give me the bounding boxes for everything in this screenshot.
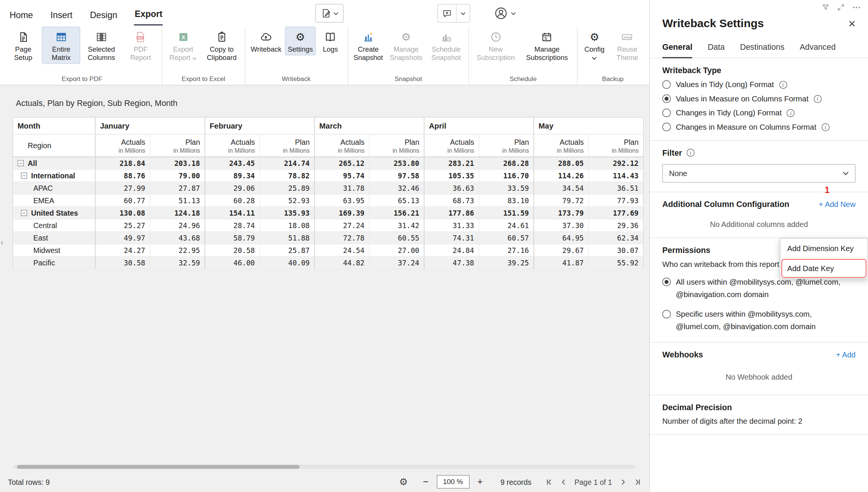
value-cell[interactable]: 154.11 <box>205 207 260 219</box>
create-snapshot-button[interactable]: Create Snapshot <box>351 27 386 64</box>
value-cell[interactable]: 114.26 <box>534 169 589 182</box>
value-cell[interactable]: 156.21 <box>369 207 424 219</box>
value-cell[interactable]: 27.24 <box>315 219 370 231</box>
radio-selected-icon[interactable] <box>662 278 671 287</box>
manage-snapshots-button[interactable]: ⚙ Manage Snapshots <box>386 27 426 64</box>
value-cell[interactable]: 30.58 <box>95 256 150 269</box>
value-cell[interactable]: 31.78 <box>315 182 370 194</box>
tab-insert[interactable]: Insert <box>50 6 73 26</box>
measure-header-plan[interactable]: Planin Millions <box>369 134 424 157</box>
value-cell[interactable]: 52.93 <box>260 194 315 207</box>
value-cell[interactable]: 135.93 <box>260 207 315 219</box>
tab-data[interactable]: Data <box>708 43 724 58</box>
value-cell[interactable]: 46.00 <box>205 256 260 269</box>
value-cell[interactable]: 22.95 <box>150 244 205 256</box>
value-cell[interactable]: 25.87 <box>260 244 315 256</box>
value-cell[interactable]: 60.28 <box>205 194 260 207</box>
more-options-icon[interactable]: ⋯ <box>852 5 861 10</box>
value-cell[interactable]: 31.42 <box>369 219 424 231</box>
measure-header-actuals[interactable]: Actualsin Millions <box>95 134 150 157</box>
value-cell[interactable]: 32.46 <box>369 182 424 194</box>
value-cell[interactable]: 24.84 <box>424 244 479 256</box>
table-settings-gear-icon[interactable]: ⚙ <box>399 476 408 488</box>
month-header[interactable]: January <box>95 117 205 134</box>
value-cell[interactable]: 37.24 <box>369 256 424 269</box>
measure-header-actuals[interactable]: Actualsin Millions <box>534 134 589 157</box>
horizontal-scrollbar-thumb[interactable] <box>17 465 300 469</box>
value-cell[interactable]: 29.67 <box>534 244 589 256</box>
menu-item-add-date-key[interactable]: Add Date Key <box>781 259 868 279</box>
measure-header-actuals[interactable]: Actualsin Millions <box>205 134 260 157</box>
radio-icon[interactable] <box>662 310 671 319</box>
value-cell[interactable]: 214.74 <box>260 157 315 169</box>
filter-funnel-icon[interactable] <box>822 3 830 11</box>
month-header[interactable]: February <box>205 117 315 134</box>
config-button[interactable]: ⚙ Config <box>580 27 608 62</box>
info-icon[interactable]: i <box>686 149 694 157</box>
value-cell[interactable]: 39.25 <box>479 256 534 269</box>
value-cell[interactable]: 79.72 <box>534 194 589 207</box>
value-cell[interactable]: 55.92 <box>588 256 643 269</box>
value-cell[interactable]: 288.05 <box>534 157 589 169</box>
comment-dropdown-button[interactable] <box>456 5 470 22</box>
value-cell[interactable]: 24.27 <box>95 244 150 256</box>
radio-icon[interactable] <box>662 109 671 117</box>
value-cell[interactable]: 44.82 <box>315 256 370 269</box>
previous-page-icon[interactable] <box>560 478 567 486</box>
row-label[interactable]: −United States <box>13 207 95 219</box>
schedule-snapshot-button[interactable]: Schedule Snapshot <box>426 27 466 64</box>
value-cell[interactable]: 253.80 <box>369 157 424 169</box>
value-cell[interactable]: 265.12 <box>315 157 370 169</box>
month-header[interactable]: March <box>315 117 424 134</box>
selected-columns-button[interactable]: Selected Columns <box>81 27 122 64</box>
value-cell[interactable]: 173.79 <box>534 207 589 219</box>
value-cell[interactable]: 60.55 <box>369 231 424 244</box>
value-cell[interactable]: 64.95 <box>534 231 589 244</box>
row-label[interactable]: Midwest <box>13 244 95 256</box>
collapse-icon[interactable]: − <box>21 210 28 216</box>
tab-destinations[interactable]: Destinations <box>740 43 784 58</box>
value-cell[interactable]: 89.34 <box>205 169 260 182</box>
radio-option-changes-tidy[interactable]: Changes in Tidy (Long) Format i <box>662 109 856 117</box>
radio-icon[interactable] <box>662 80 671 89</box>
measure-header-actuals[interactable]: Actualsin Millions <box>315 134 370 157</box>
add-comment-button[interactable] <box>438 5 456 22</box>
tab-general[interactable]: General <box>662 43 692 58</box>
value-cell[interactable]: 41.87 <box>534 256 589 269</box>
value-cell[interactable]: 72.78 <box>315 231 370 244</box>
add-new-link[interactable]: + Add New <box>819 200 856 208</box>
value-cell[interactable]: 62.34 <box>588 231 643 244</box>
horizontal-scrollbar-track[interactable] <box>14 465 635 469</box>
value-cell[interactable]: 116.70 <box>479 169 534 182</box>
edit-mode-dropdown-button[interactable] <box>315 4 344 23</box>
value-cell[interactable]: 68.73 <box>424 194 479 207</box>
value-cell[interactable]: 130.08 <box>95 207 150 219</box>
add-webhook-link[interactable]: + Add <box>836 350 856 359</box>
value-cell[interactable]: 28.74 <box>205 219 260 231</box>
expand-icon[interactable] <box>837 3 845 11</box>
measure-header-actuals[interactable]: Actualsin Millions <box>424 134 479 157</box>
zoom-in-button[interactable]: + <box>474 476 486 487</box>
value-cell[interactable]: 105.35 <box>424 169 479 182</box>
value-cell[interactable]: 36.51 <box>588 182 643 194</box>
value-cell[interactable]: 24.96 <box>150 219 205 231</box>
value-cell[interactable]: 95.74 <box>315 169 370 182</box>
value-cell[interactable]: 74.31 <box>424 231 479 244</box>
row-label[interactable]: Central <box>13 219 95 231</box>
writeback-logs-button[interactable]: Logs <box>316 27 344 56</box>
export-report-button[interactable]: X Export Report <box>165 27 201 64</box>
zoom-out-button[interactable]: − <box>420 476 431 487</box>
value-cell[interactable]: 60.57 <box>479 231 534 244</box>
measure-header-plan[interactable]: Planin Millions <box>588 134 643 157</box>
value-cell[interactable]: 51.13 <box>150 194 205 207</box>
value-cell[interactable]: 283.21 <box>424 157 479 169</box>
value-cell[interactable]: 60.77 <box>95 194 150 207</box>
value-cell[interactable]: 97.58 <box>369 169 424 182</box>
value-cell[interactable]: 177.69 <box>588 207 643 219</box>
value-cell[interactable]: 203.18 <box>150 157 205 169</box>
tab-export[interactable]: Export <box>134 5 163 26</box>
info-icon[interactable]: i <box>787 109 795 117</box>
value-cell[interactable]: 51.88 <box>260 231 315 244</box>
value-cell[interactable]: 24.54 <box>315 244 370 256</box>
radio-icon[interactable] <box>662 123 671 132</box>
